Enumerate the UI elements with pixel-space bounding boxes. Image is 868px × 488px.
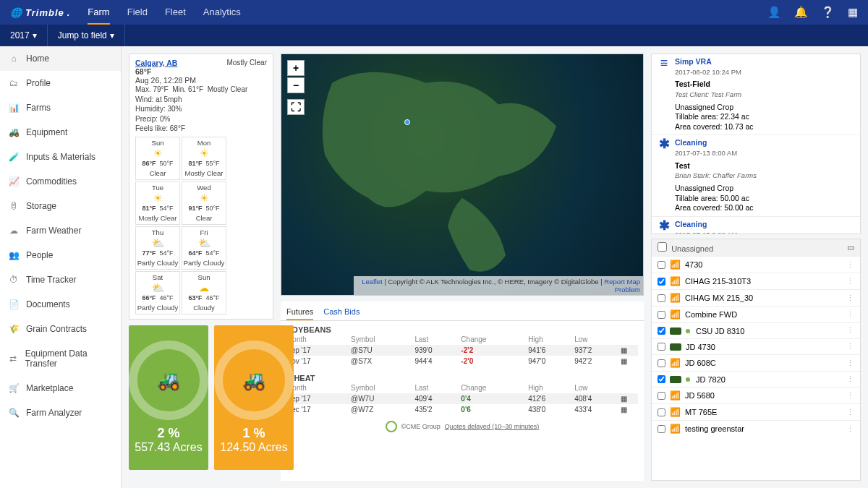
- map-zoom-out-button[interactable]: −: [287, 77, 305, 93]
- online-indicator: [686, 329, 690, 333]
- sidebar-item-time-tracker[interactable]: ⏱Time Tracker: [0, 267, 121, 292]
- fleet-checkbox[interactable]: [658, 311, 665, 319]
- top-tab-field[interactable]: Field: [127, 1, 148, 25]
- fleet-row[interactable]: 📶CIHAG 215-310T3⋮: [652, 273, 860, 289]
- fleet-select-all[interactable]: [658, 242, 667, 252]
- sidebar-item-equipment[interactable]: 🚜Equipment: [0, 120, 121, 145]
- sidebar-item-farm-weather[interactable]: ☁Farm Weather: [0, 218, 121, 243]
- sidebar-item-label: Time Tracker: [26, 275, 77, 285]
- top-tab-farm[interactable]: Farm: [88, 1, 109, 25]
- sidebar-item-marketplace[interactable]: 🛒Marketplace: [0, 376, 121, 401]
- user-icon[interactable]: 👤: [767, 6, 781, 19]
- fleet-checkbox[interactable]: [658, 425, 665, 433]
- feed-entry[interactable]: ✱Cleaning2017-07-13 8:00 AM: [652, 217, 860, 234]
- sidebar-item-label: Equipment: [26, 127, 67, 137]
- fleet-row[interactable]: 📶CIHAG MX 215_30⋮: [652, 289, 860, 306]
- row-menu-icon[interactable]: ⋮: [846, 277, 854, 286]
- row-menu-icon[interactable]: ⋮: [846, 374, 854, 384]
- weather-card: Calgary, AB 68°F Aug 26, 12:28 PM Mostly…: [129, 53, 273, 320]
- feed-entry[interactable]: ✱Cleaning2017-07-13 8:00 AMTestBrian Sta…: [652, 135, 860, 216]
- fleet-checkbox[interactable]: [658, 327, 665, 335]
- harvest-tile-green[interactable]: 🚜2 %557.43 Acres: [129, 325, 208, 470]
- row-menu-icon[interactable]: ⋮: [846, 424, 854, 434]
- sidebar-item-home[interactable]: ⌂Home: [0, 46, 121, 71]
- weather-current-cond: Mostly Clear: [226, 59, 267, 85]
- feed-entry[interactable]: ≡Simp VRA2017-08-02 10:24 PMTest-FieldTe…: [652, 54, 860, 135]
- fleet-row[interactable]: 📶JD 5680⋮: [652, 387, 860, 403]
- weather-location-link[interactable]: Calgary, AB: [135, 59, 177, 67]
- fleet-name: JD 7820: [696, 375, 726, 384]
- sidebar-item-storage[interactable]: 🛢Storage: [0, 194, 121, 218]
- row-menu-icon[interactable]: ⋮: [846, 342, 854, 351]
- leaflet-link[interactable]: Leaflet: [362, 278, 383, 286]
- quote-delay-link[interactable]: Quotes delayed (10–30 minutes): [445, 423, 540, 430]
- fleet-checkbox[interactable]: [658, 294, 665, 302]
- bell-icon[interactable]: 🔔: [794, 6, 808, 19]
- futures-tab-futures[interactable]: Futures: [286, 304, 313, 320]
- weather-precip: Precip: 0%: [135, 114, 267, 124]
- sidebar-item-farm-analyzer[interactable]: 🔍Farm Analyzer: [0, 401, 121, 425]
- fleet-checkbox[interactable]: [658, 261, 665, 269]
- sidebar-item-people[interactable]: 👥People: [0, 243, 121, 267]
- fleet-checkbox[interactable]: [658, 392, 665, 400]
- fleet-checkbox[interactable]: [658, 343, 665, 351]
- sidebar-item-commodities[interactable]: 📈Commodities: [0, 169, 121, 194]
- sidebar-item-inputs-materials[interactable]: 🧪Inputs & Materials: [0, 145, 121, 169]
- sidebar-item-equipment-data-transfer[interactable]: ⇄Equipment Data Transfer: [0, 341, 121, 376]
- sidebar: ⌂Home🗂Profile📊Farms🚜Equipment🧪Inputs & M…: [0, 46, 122, 488]
- fleet-row[interactable]: 📶testing greenstar⋮: [652, 420, 860, 437]
- map[interactable]: + − ⛶ Leaflet | Copyright © ALK Technolo…: [281, 53, 644, 296]
- fleet-row[interactable]: 📶MT 765E⋮: [652, 403, 860, 420]
- feed-icon: ≡: [658, 57, 671, 132]
- feed-icon: ✱: [658, 220, 671, 234]
- activity-feed: ≡Simp VRA2017-08-02 10:24 PMTest-FieldTe…: [651, 53, 861, 234]
- weather-max: Max. 79°F: [135, 85, 169, 93]
- year-dropdown[interactable]: 2017 ▾: [0, 25, 48, 46]
- fleet-checkbox[interactable]: [658, 408, 665, 416]
- fleet-row[interactable]: 📶4730⋮: [652, 256, 860, 273]
- harvest-tile-orange[interactable]: 🚜1 %124.50 Acres: [214, 325, 294, 470]
- fleet-row[interactable]: 📶Combine FWD⋮: [652, 306, 860, 322]
- futures-col: Month: [286, 382, 351, 393]
- jump-to-field-dropdown[interactable]: Jump to field ▾: [48, 25, 125, 46]
- sidebar-item-grain-contracts[interactable]: 🌾Grain Contracts: [0, 317, 121, 341]
- map-zoom-in-button[interactable]: +: [287, 60, 305, 76]
- sidebar-item-farms[interactable]: 📊Farms: [0, 95, 121, 120]
- weather-cond2: Mostly Clear: [208, 85, 248, 93]
- row-menu-icon[interactable]: ⋮: [846, 260, 854, 270]
- fleet-checkbox[interactable]: [658, 359, 665, 367]
- fleet-collapse-icon[interactable]: ▭: [847, 243, 854, 252]
- top-tab-analytics[interactable]: Analytics: [203, 1, 241, 25]
- fleet-name: MT 765E: [685, 408, 717, 416]
- row-action-icon[interactable]: ▦: [621, 356, 638, 367]
- quote-group: ©CME Group: [401, 423, 441, 430]
- row-menu-icon[interactable]: ⋮: [846, 391, 854, 401]
- row-menu-icon[interactable]: ⋮: [846, 408, 854, 417]
- apps-icon[interactable]: ▦: [848, 6, 858, 19]
- row-menu-icon[interactable]: ⋮: [846, 326, 854, 335]
- fleet-name: JD 608C: [685, 359, 716, 367]
- feed-timestamp: 2017-07-13 8:00 AM: [675, 231, 737, 234]
- row-menu-icon[interactable]: ⋮: [846, 359, 854, 368]
- row-menu-icon[interactable]: ⋮: [846, 310, 854, 320]
- online-indicator: [686, 377, 690, 382]
- help-icon[interactable]: ❔: [821, 6, 835, 19]
- row-action-icon[interactable]: ▦: [621, 404, 638, 415]
- row-action-icon[interactable]: ▦: [621, 393, 638, 404]
- fleet-checkbox[interactable]: [658, 278, 665, 286]
- futures-col: Low: [574, 382, 621, 393]
- fleet-checkbox[interactable]: [658, 375, 665, 383]
- map-fullscreen-button[interactable]: ⛶: [287, 99, 305, 115]
- futures-tab-cash-bids[interactable]: Cash Bids: [323, 304, 359, 320]
- fleet-row[interactable]: CSU JD 8310⋮: [652, 322, 860, 338]
- row-action-icon[interactable]: ▦: [621, 345, 638, 356]
- sidebar-item-profile[interactable]: 🗂Profile: [0, 71, 121, 95]
- row-menu-icon[interactable]: ⋮: [846, 294, 854, 303]
- report-map-link[interactable]: Report Map Problem: [604, 278, 640, 294]
- sidebar-item-documents[interactable]: 📄Documents: [0, 292, 121, 317]
- map-marker[interactable]: [404, 119, 410, 125]
- fleet-row[interactable]: JD 7820⋮: [652, 371, 860, 387]
- fleet-row[interactable]: 📶JD 608C⋮: [652, 354, 860, 371]
- fleet-row[interactable]: JD 4730⋮: [652, 338, 860, 354]
- top-tab-fleet[interactable]: Fleet: [165, 1, 186, 25]
